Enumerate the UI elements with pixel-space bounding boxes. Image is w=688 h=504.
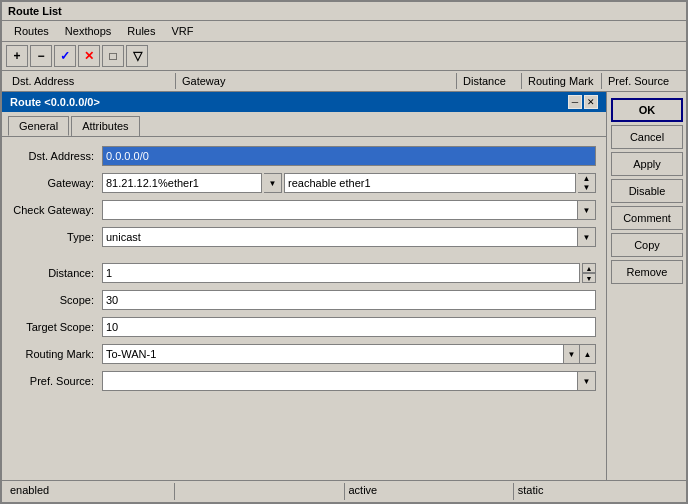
gateway-input[interactable] — [102, 173, 262, 193]
check-gateway-input[interactable] — [102, 200, 578, 220]
routing-mark-label: Routing Mark: — [12, 348, 102, 360]
gateway-inputs: ▼ ▲▼ — [102, 173, 596, 193]
target-scope-label: Target Scope: — [12, 321, 102, 333]
gateway-dropdown-arrow[interactable]: ▼ — [264, 173, 282, 193]
remove-button[interactable]: Remove — [611, 260, 683, 284]
dst-address-label: Dst. Address: — [12, 150, 102, 162]
status-cell2 — [175, 483, 344, 500]
route-dialog: Route <0.0.0.0/0> ─ ✕ General Attributes… — [2, 92, 606, 480]
copy-button[interactable]: Copy — [611, 233, 683, 257]
distance-input[interactable] — [102, 263, 580, 283]
comment-button[interactable]: Comment — [611, 206, 683, 230]
check-gateway-label: Check Gateway: — [12, 204, 102, 216]
window-title: Route List — [8, 5, 62, 17]
menu-nexthops[interactable]: Nexthops — [57, 23, 119, 39]
remove-toolbar-button[interactable]: − — [30, 45, 52, 67]
menu-routes[interactable]: Routes — [6, 23, 57, 39]
main-content: Route <0.0.0.0/0> ─ ✕ General Attributes… — [2, 92, 686, 480]
apply-button[interactable]: Apply — [611, 152, 683, 176]
copy-toolbar-button[interactable]: □ — [102, 45, 124, 67]
routing-mark-up[interactable]: ▲ — [580, 344, 596, 364]
col-gateway: Gateway — [176, 73, 457, 89]
scope-label: Scope: — [12, 294, 102, 306]
distance-up[interactable]: ▲ — [582, 263, 596, 273]
add-button[interactable]: + — [6, 45, 28, 67]
routing-mark-arrows: ▼ ▲ — [564, 344, 596, 364]
routing-mark-input-wrap: ▼ ▲ — [102, 344, 596, 364]
scope-input[interactable] — [102, 290, 596, 310]
disable-button[interactable]: Disable — [611, 179, 683, 203]
check-gateway-input-wrap: ▼ — [102, 200, 596, 220]
check-gateway-row: Check Gateway: ▼ — [12, 199, 596, 221]
dialog-close-button[interactable]: ✕ — [584, 95, 598, 109]
pref-source-dropdown[interactable]: ▼ — [578, 371, 596, 391]
tab-bar: General Attributes — [2, 112, 606, 137]
target-scope-input[interactable] — [102, 317, 596, 337]
dst-address-input[interactable] — [102, 146, 596, 166]
type-row: Type: ▼ — [12, 226, 596, 248]
check-gateway-dropdown[interactable]: ▼ — [578, 200, 596, 220]
title-bar: Route List — [2, 2, 686, 21]
type-dropdown[interactable]: ▼ — [578, 227, 596, 247]
filter-button[interactable]: ▽ — [126, 45, 148, 67]
routing-mark-input[interactable] — [102, 344, 564, 364]
table-header: Dst. Address Gateway Distance Routing Ma… — [2, 71, 686, 92]
type-input[interactable] — [102, 227, 578, 247]
col-pref-source: Pref. Source — [602, 73, 682, 89]
col-dst-address: Dst. Address — [6, 73, 176, 89]
toolbar: + − ✓ ✕ □ ▽ — [2, 42, 686, 71]
routing-mark-dropdown[interactable]: ▼ — [564, 344, 580, 364]
col-distance: Distance — [457, 73, 522, 89]
routing-mark-row: Routing Mark: ▼ ▲ — [12, 343, 596, 365]
dialog-title-text: Route <0.0.0.0/0> — [10, 96, 100, 108]
gateway-second-input[interactable] — [284, 173, 576, 193]
distance-input-wrap: ▲ ▼ — [102, 263, 596, 283]
tab-general[interactable]: General — [8, 116, 69, 136]
menu-bar: Routes Nexthops Rules VRF — [2, 21, 686, 42]
distance-scroll: ▲ ▼ — [582, 263, 596, 283]
scope-row: Scope: — [12, 289, 596, 311]
pref-source-input[interactable] — [102, 371, 578, 391]
form-area: Dst. Address: Gateway: ▼ ▲▼ Check Gatewa… — [2, 137, 606, 480]
col-routing-mark: Routing Mark — [522, 73, 602, 89]
pref-source-row: Pref. Source: ▼ — [12, 370, 596, 392]
status-static: static — [514, 483, 682, 500]
cancel-toolbar-button[interactable]: ✕ — [78, 45, 100, 67]
gateway-label: Gateway: — [12, 177, 102, 189]
dialog-min-button[interactable]: ─ — [568, 95, 582, 109]
dialog-title-bar: Route <0.0.0.0/0> ─ ✕ — [2, 92, 606, 112]
type-label: Type: — [12, 231, 102, 243]
dst-address-row: Dst. Address: — [12, 145, 596, 167]
target-scope-row: Target Scope: — [12, 316, 596, 338]
menu-vrf[interactable]: VRF — [163, 23, 201, 39]
main-window: Route List Routes Nexthops Rules VRF + −… — [0, 0, 688, 504]
distance-label: Distance: — [12, 267, 102, 279]
dialog-title-buttons: ─ ✕ — [568, 95, 598, 109]
distance-row: Distance: ▲ ▼ — [12, 262, 596, 284]
check-button[interactable]: ✓ — [54, 45, 76, 67]
gateway-row: Gateway: ▼ ▲▼ — [12, 172, 596, 194]
status-bar: enabled active static — [2, 480, 686, 502]
status-active: active — [345, 483, 514, 500]
tab-attributes[interactable]: Attributes — [71, 116, 139, 136]
pref-source-label: Pref. Source: — [12, 375, 102, 387]
pref-source-input-wrap: ▼ — [102, 371, 596, 391]
ok-button[interactable]: OK — [611, 98, 683, 122]
right-panel: OK Cancel Apply Disable Comment Copy Rem… — [606, 92, 686, 480]
menu-rules[interactable]: Rules — [119, 23, 163, 39]
distance-down[interactable]: ▼ — [582, 273, 596, 283]
status-enabled: enabled — [6, 483, 175, 500]
type-input-wrap: ▼ — [102, 227, 596, 247]
gateway-second-dropdown[interactable]: ▲▼ — [578, 173, 596, 193]
cancel-button[interactable]: Cancel — [611, 125, 683, 149]
